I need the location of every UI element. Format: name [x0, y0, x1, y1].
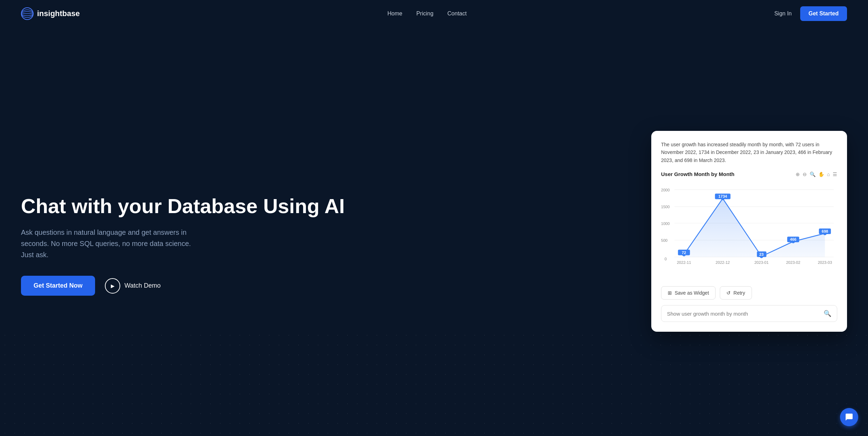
svg-text:0: 0	[665, 257, 667, 261]
chart-card: The user growth has increased steadily m…	[651, 131, 847, 332]
pan-icon[interactable]: ✋	[818, 171, 824, 177]
chart-toolbar: ⊕ ⊖ 🔍 ✋ ⌂ ☰	[796, 171, 837, 177]
svg-text:72: 72	[682, 251, 686, 255]
svg-text:1000: 1000	[661, 221, 670, 226]
retry-label: Retry	[733, 290, 745, 296]
search-bar: 🔍	[661, 305, 837, 322]
zoom-in-icon[interactable]: ⊕	[796, 171, 800, 177]
svg-text:500: 500	[661, 238, 667, 242]
logo[interactable]: insightbase	[21, 7, 80, 20]
svg-text:2000: 2000	[661, 188, 670, 192]
logo-icon	[21, 7, 34, 20]
hero-right: The user growth has increased steadily m…	[434, 131, 847, 332]
chart-header: User Growth Month by Month ⊕ ⊖ 🔍 ✋ ⌂ ☰	[661, 171, 837, 177]
save-widget-label: Save as Widget	[675, 290, 709, 296]
chat-icon	[845, 413, 853, 421]
svg-text:2022-11: 2022-11	[677, 260, 691, 265]
hero-left: Chat with your Database Using AI Ask que…	[21, 195, 434, 296]
svg-marker-14	[684, 198, 825, 257]
nav-links: Home Pricing Contact	[387, 10, 467, 17]
nav-contact[interactable]: Contact	[447, 10, 467, 17]
nav-right: Sign In Get Started	[774, 6, 847, 21]
navbar: insightbase Home Pricing Contact Sign In…	[0, 0, 868, 27]
search-submit-button[interactable]: 🔍	[824, 310, 831, 317]
svg-text:2023-02: 2023-02	[786, 260, 801, 265]
get-started-now-button[interactable]: Get Started Now	[21, 276, 95, 296]
hero-subtitle: Ask questions in natural language and ge…	[21, 227, 196, 260]
hero-buttons: Get Started Now ▶ Watch Demo	[21, 276, 420, 296]
svg-text:2022-12: 2022-12	[716, 260, 730, 265]
save-as-widget-button[interactable]: ⊞ Save as Widget	[661, 286, 716, 300]
hero-section: Chat with your Database Using AI Ask que…	[0, 27, 868, 435]
widget-icon: ⊞	[668, 290, 672, 296]
nav-pricing[interactable]: Pricing	[416, 10, 433, 17]
watch-demo-button[interactable]: ▶ Watch Demo	[105, 278, 160, 294]
nav-get-started-button[interactable]: Get Started	[800, 6, 847, 21]
retry-button[interactable]: ↺ Retry	[720, 286, 752, 300]
search-icon: 🔍	[824, 310, 831, 317]
svg-text:1500: 1500	[661, 205, 670, 209]
play-circle-icon: ▶	[105, 278, 120, 294]
svg-text:1734: 1734	[718, 194, 727, 198]
nav-home[interactable]: Home	[387, 10, 402, 17]
search-chart-icon[interactable]: 🔍	[810, 171, 816, 177]
svg-text:2023-01: 2023-01	[754, 260, 769, 265]
sign-in-link[interactable]: Sign In	[774, 10, 792, 17]
line-chart: 2000 1500 1000 500 0	[661, 181, 837, 279]
chart-action-buttons: ⊞ Save as Widget ↺ Retry	[661, 286, 837, 300]
hero-title: Chat with your Database Using AI	[21, 195, 420, 217]
svg-text:2023-03: 2023-03	[818, 260, 832, 265]
chart-area: 2000 1500 1000 500 0	[661, 181, 837, 279]
logo-text: insightbase	[37, 9, 80, 18]
retry-icon: ↺	[726, 290, 731, 296]
chat-bubble-button[interactable]	[840, 408, 858, 426]
search-input[interactable]	[667, 311, 824, 317]
menu-icon[interactable]: ☰	[833, 171, 837, 177]
svg-text:698: 698	[822, 229, 828, 233]
zoom-out-icon[interactable]: ⊖	[803, 171, 807, 177]
chart-description: The user growth has increased steadily m…	[661, 141, 837, 164]
chart-title: User Growth Month by Month	[661, 171, 734, 177]
svg-text:23: 23	[759, 252, 763, 256]
watch-demo-label: Watch Demo	[124, 282, 160, 289]
svg-text:466: 466	[790, 237, 796, 241]
home-icon[interactable]: ⌂	[827, 171, 830, 177]
